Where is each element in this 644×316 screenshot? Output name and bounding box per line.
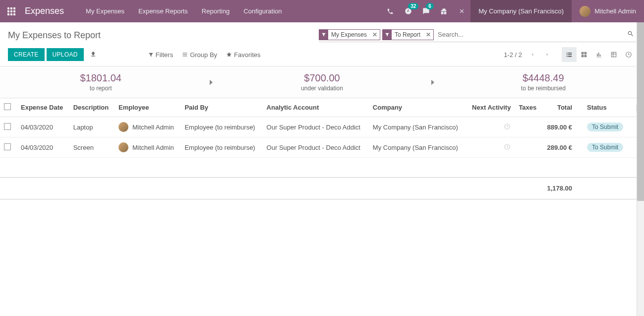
close-icon[interactable] <box>453 0 470 22</box>
col-paid[interactable]: Paid By <box>180 98 262 117</box>
col-activity[interactable]: Next Activity <box>466 98 515 117</box>
groupby-label: Group By <box>190 51 217 59</box>
user-menu[interactable]: Mitchell Admin <box>572 0 644 22</box>
nav-reporting[interactable]: Reporting <box>195 0 236 22</box>
svg-rect-5 <box>13 10 15 12</box>
cell-emp: Mitchell Admin <box>115 117 180 137</box>
view-graph[interactable] <box>591 47 606 62</box>
svg-rect-9 <box>582 52 584 55</box>
create-button[interactable]: CREATE <box>8 48 45 61</box>
pager-value[interactable]: 1-2 / 2 <box>504 51 522 59</box>
nav-configuration[interactable]: Configuration <box>236 0 289 22</box>
facet-label: My Expenses <box>328 31 370 38</box>
cell-total: 889.00 € <box>542 117 577 137</box>
view-list[interactable] <box>562 47 577 62</box>
scrollbar-thumb[interactable] <box>637 22 644 201</box>
cell-date: 04/03/2020 <box>17 117 69 137</box>
stat-to-be-reimbursed[interactable]: $4448.49 to be reimbursed <box>443 66 644 98</box>
table-row[interactable]: 04/03/2020ScreenMitchell AdminEmployee (… <box>0 137 644 158</box>
groupby-dropdown[interactable]: Group By <box>182 51 217 59</box>
col-total[interactable]: Total <box>542 98 577 117</box>
topbar: Expenses My Expenses Expense Reports Rep… <box>0 0 644 22</box>
search-area: My Expenses ✕ To Report ✕ <box>319 28 636 42</box>
pager-next[interactable] <box>543 49 552 61</box>
filter-icon <box>383 30 392 40</box>
nav-expense-reports[interactable]: Expense Reports <box>131 0 195 22</box>
stat-to-report[interactable]: $1801.04 to report <box>0 66 201 98</box>
brand-title: Expenses <box>25 6 64 16</box>
statusbar: $1801.04 to report $700.00 under validat… <box>0 66 644 98</box>
footer-row: 1,178.00 <box>0 178 644 199</box>
upload-icon[interactable] <box>90 51 97 59</box>
row-checkbox[interactable] <box>4 123 11 130</box>
stat-label: under validation <box>221 85 422 92</box>
avatar <box>118 122 128 132</box>
scrollbar-track[interactable] <box>637 22 644 316</box>
cell-paid: Employee (to reimburse) <box>180 117 262 137</box>
svg-rect-12 <box>585 55 587 58</box>
cell-status: To Submit <box>576 117 630 137</box>
cell-paid: Employee (to reimburse) <box>180 137 262 158</box>
upload-button[interactable]: UPLOAD <box>47 48 84 61</box>
cell-status: To Submit <box>576 137 630 158</box>
col-emp[interactable]: Employee <box>115 98 180 117</box>
messages-badge: 6 <box>426 3 434 9</box>
view-kanban[interactable] <box>577 47 591 62</box>
company-switcher[interactable]: My Company (San Francisco) <box>470 0 572 22</box>
svg-rect-0 <box>7 7 9 9</box>
svg-rect-2 <box>13 7 15 9</box>
status-badge: To Submit <box>587 123 623 131</box>
phone-icon[interactable] <box>381 0 399 22</box>
filters-label: Filters <box>156 51 173 59</box>
select-all-checkbox[interactable] <box>4 103 11 110</box>
col-company[interactable]: Company <box>369 98 466 117</box>
col-analytic[interactable]: Analytic Account <box>263 98 369 117</box>
row-checkbox[interactable] <box>4 143 11 150</box>
svg-rect-11 <box>582 55 584 58</box>
search-icon[interactable] <box>625 28 636 41</box>
cell-taxes <box>515 137 541 158</box>
cell-analytic: Our Super Product - Deco Addict <box>263 137 369 158</box>
facet-remove[interactable]: ✕ <box>423 31 433 38</box>
cell-taxes <box>515 117 541 137</box>
chat-icon[interactable]: 6 <box>417 0 435 22</box>
stat-under-validation[interactable]: $700.00 under validation <box>221 66 422 98</box>
view-pivot[interactable] <box>606 47 621 62</box>
avatar <box>580 6 590 17</box>
cell-company: My Company (San Francisco) <box>369 137 466 158</box>
nav-my-expenses[interactable]: My Expenses <box>79 0 131 22</box>
search-input[interactable] <box>436 30 625 39</box>
facet-remove[interactable]: ✕ <box>370 31 380 38</box>
chevron-right-icon <box>423 66 443 98</box>
svg-rect-10 <box>585 52 587 55</box>
filter-icon <box>319 30 328 40</box>
pager: 1-2 / 2 <box>504 49 552 61</box>
view-activity[interactable] <box>621 47 636 62</box>
col-status[interactable]: Status <box>576 98 630 117</box>
company-name: My Company (San Francisco) <box>478 7 564 15</box>
cell-activity[interactable] <box>466 137 515 158</box>
cell-activity[interactable] <box>466 117 515 137</box>
col-taxes[interactable]: Taxes <box>515 98 541 117</box>
gift-icon[interactable] <box>435 0 453 22</box>
filters-dropdown[interactable]: Filters <box>148 51 173 59</box>
avatar <box>118 142 128 152</box>
stat-value: $700.00 <box>221 72 422 84</box>
favorites-dropdown[interactable]: Favorites <box>226 51 260 59</box>
cell-analytic: Our Super Product - Deco Addict <box>263 117 369 137</box>
cell-date: 04/03/2020 <box>17 137 69 158</box>
page-title: My Expenses to Report <box>8 30 101 41</box>
favorites-label: Favorites <box>234 51 260 59</box>
col-desc[interactable]: Description <box>69 98 115 117</box>
col-date[interactable]: Expense Date <box>17 98 69 117</box>
footer-total: 1,178.00 <box>542 178 577 199</box>
svg-rect-8 <box>13 13 15 15</box>
apps-icon[interactable] <box>0 7 22 15</box>
table-wrap: Expense Date Description Employee Paid B… <box>0 98 644 316</box>
svg-rect-1 <box>10 7 12 9</box>
clock-icon[interactable]: 32 <box>399 0 417 22</box>
svg-rect-3 <box>7 10 9 12</box>
table-row[interactable]: 04/03/2020LaptopMitchell AdminEmployee (… <box>0 117 644 137</box>
pager-prev[interactable] <box>528 49 537 61</box>
view-switcher <box>562 47 636 62</box>
